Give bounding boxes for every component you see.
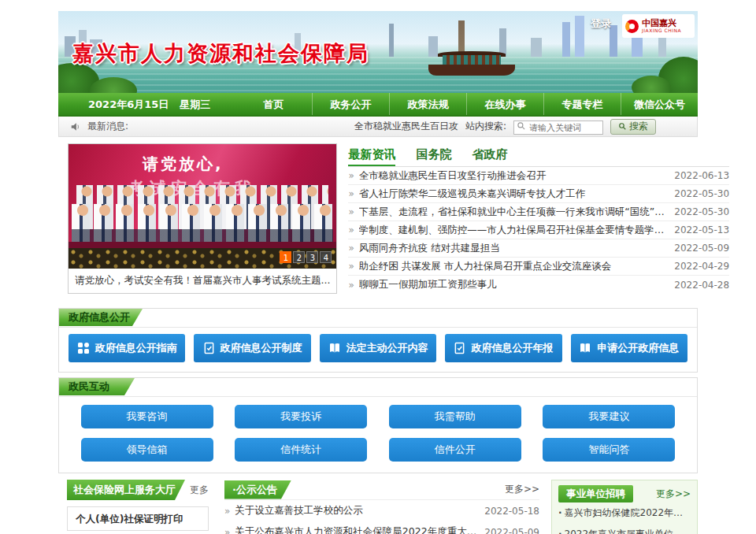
slider-page-2[interactable]: 2 <box>293 251 305 263</box>
grid-icon <box>77 342 90 354</box>
weekday-text: 星期三 <box>180 98 210 110</box>
news-item[interactable]: » 省人社厅陈荣华二级巡视员来嘉兴调研专技人才工作 2022-05-30 <box>348 185 729 203</box>
jiaxing-logo-icon <box>625 20 639 33</box>
recruitment-item[interactable]: 嘉兴市妇幼保健院2022年公开... <box>558 502 691 524</box>
section-title-announcements: ·公示公告 <box>224 480 291 499</box>
nav-item-online-services[interactable]: 在线办事 <box>466 93 543 115</box>
site-title: 嘉兴市人力资源和社会保障局 <box>72 39 369 68</box>
site-banner: 嘉兴市人力资源和社会保障局 登录 中国嘉兴 JIAXING CHINA <box>58 11 698 93</box>
double-arrow-icon: » <box>348 188 354 199</box>
double-arrow-icon: » <box>348 280 354 291</box>
btn-letter-statistics[interactable]: 信件统计 <box>235 438 367 462</box>
news-item[interactable]: » 下基层、走流程，省社保和就业中心主任项薇一行来我市调研“国统”上线情况 20… <box>348 203 729 221</box>
search-icon <box>618 122 627 131</box>
btn-disclosure-system[interactable]: 政府信息公开制度 <box>194 334 310 362</box>
service-item-certificate-print[interactable]: 个人(单位)社保证明打印 <box>67 506 209 531</box>
news-item[interactable]: » 助企纾困 共谋发展 市人力社保局召开重点企业交流座谈会 2022-04-29 <box>348 258 729 276</box>
date-text: 2022年6月15日 <box>88 98 169 110</box>
tab-provincial-gov[interactable]: 省政府 <box>472 143 507 166</box>
search-button[interactable]: 搜索 <box>610 119 656 135</box>
slide-banner-text-1: 请党放心, <box>143 154 224 175</box>
book-icon <box>579 342 591 354</box>
btn-smart-qa[interactable]: 智能问答 <box>543 438 675 462</box>
btn-statutory-disclosure[interactable]: 法定主动公开内容 <box>320 334 436 362</box>
ticker-scroll-text[interactable]: 全市稳就业惠民生百日攻 <box>354 120 458 133</box>
more-link[interactable]: 更多>> <box>505 483 539 496</box>
logo-text-cn: 中国嘉兴 <box>642 19 681 28</box>
site-search-label: 站内搜索: <box>465 120 506 133</box>
section-title-interaction: 政民互动 <box>59 378 135 395</box>
news-tabs: 最新资讯 国务院 省政府 <box>348 143 729 167</box>
double-arrow-icon: » <box>348 206 354 217</box>
search-button-label: 搜索 <box>629 120 648 133</box>
slider-page-4[interactable]: 4 <box>320 251 332 263</box>
slider-pagination: 1 2 3 4 <box>280 251 332 263</box>
double-arrow-icon: » <box>348 170 354 181</box>
login-link[interactable]: 登录 <box>591 17 611 31</box>
btn-request-disclosure[interactable]: 申请公开政府信息 <box>571 334 687 362</box>
red-boat <box>428 49 515 76</box>
slide-photo: 请党放心, 考试安全有我 1 2 3 4 <box>69 144 336 269</box>
nav-item-policies[interactable]: 政策法规 <box>389 93 466 115</box>
info-disclosure-section: 政府信息公开 政府信息公开指南 政府信息公开制度 <box>58 308 698 373</box>
news-item[interactable]: » 学制度、建机制、强防控——市人力社保局召开社保基金要情专题学习会 2022-… <box>348 221 729 239</box>
search-input[interactable] <box>513 121 603 135</box>
social-insurance-section: 社会保险网上服务大厅 更多 个人(单位)社保证明打印 办事指南 <box>67 480 209 534</box>
double-arrow-icon: » <box>224 506 230 517</box>
btn-leader-mailbox[interactable]: 领导信箱 <box>81 438 213 462</box>
doc-check-icon <box>203 342 215 354</box>
section-title-info-disclosure: 政府信息公开 <box>59 309 143 326</box>
tree <box>632 76 671 93</box>
nav-date: 2022年6月15日星期三 <box>58 93 235 115</box>
btn-disclosure-guide[interactable]: 政府信息公开指南 <box>69 334 185 362</box>
page-container: 嘉兴市人力资源和社会保障局 登录 中国嘉兴 JIAXING CHINA 2022… <box>58 11 698 534</box>
btn-annual-report[interactable]: 政府信息公开年报 <box>445 334 561 362</box>
search-icon <box>517 121 526 131</box>
news-item[interactable]: » 聊聊五一假期加班工资那些事儿 2022-04-28 <box>348 276 729 294</box>
doc-check-icon <box>454 342 465 354</box>
news-panel: 最新资讯 国务院 省政府 » 全市稳就业惠民生百日攻坚行动推进会召开 2022-… <box>348 143 740 294</box>
btn-suggestion[interactable]: 我要建议 <box>543 405 675 428</box>
btn-consult[interactable]: 我要咨询 <box>81 405 213 428</box>
double-arrow-icon: » <box>348 243 354 254</box>
double-arrow-icon: » <box>224 527 230 534</box>
announcement-item[interactable]: » 关于设立嘉善技工学校的公示 2022-05-18 <box>224 500 539 521</box>
nav-item-home[interactable]: 首页 <box>235 93 312 115</box>
recruitment-section: 事业单位招聘 更多>> 嘉兴市妇幼保健院2022年公开... 2022年嘉兴市属… <box>551 480 698 534</box>
book-icon <box>328 342 341 354</box>
ticker-label: 最新消息: <box>87 120 128 133</box>
news-item[interactable]: » 全市稳就业惠民生百日攻坚行动推进会召开 2022-06-13 <box>348 167 729 185</box>
nav-item-wechat[interactable]: 微信公众号 <box>621 93 698 115</box>
section-title-recruitment: 事业单位招聘 <box>558 485 633 502</box>
btn-need-help[interactable]: 我需帮助 <box>389 405 521 428</box>
slider-caption[interactable]: 请党放心，考试安全有我！首届嘉兴市人事考试系统主题... <box>69 269 336 292</box>
btn-complaint[interactable]: 我要投诉 <box>235 405 367 428</box>
main-navbar: 2022年6月15日星期三 首页 政务公开 政策法规 在线办事 专题专栏 微信公… <box>58 93 698 117</box>
slider-page-1[interactable]: 1 <box>280 251 291 263</box>
section-title-social-insurance: 社会保险网上服务大厅 <box>67 480 185 500</box>
news-ticker-bar: 最新消息: 全市稳就业惠民生百日攻 站内搜索: 搜索 <box>58 117 698 137</box>
double-arrow-icon: » <box>348 224 354 235</box>
more-link[interactable]: 更多 <box>190 484 209 497</box>
btn-letter-disclosure[interactable]: 信件公开 <box>389 438 521 462</box>
nav-item-special-columns[interactable]: 专题专栏 <box>543 93 621 115</box>
announcements-section: ·公示公告 更多>> » 关于设立嘉善技工学校的公示 2022-05-18 » … <box>224 480 539 534</box>
nav-item-gov-affairs[interactable]: 政务公开 <box>312 93 389 115</box>
tab-latest-news[interactable]: 最新资讯 <box>348 143 395 166</box>
more-link[interactable]: 更多>> <box>656 488 691 501</box>
interaction-section: 政民互动 我要咨询 我要投诉 我需帮助 我要建议 领导信箱 信件统计 信件公开 … <box>58 377 698 473</box>
photo-slider[interactable]: 请党放心, 考试安全有我 1 2 3 4 请党放心，考试安全有我！首届嘉兴市人事… <box>68 143 337 294</box>
tab-state-council[interactable]: 国务院 <box>416 143 451 166</box>
news-item[interactable]: » 风雨同舟齐抗疫 结对共建显担当 2022-05-09 <box>348 239 729 258</box>
recruitment-item[interactable]: 2022年嘉兴市属事业单位公开... <box>558 524 691 534</box>
slider-page-3[interactable]: 3 <box>306 251 318 263</box>
speaker-icon <box>70 121 81 132</box>
logo-text-en: JIAXING CHINA <box>642 28 681 33</box>
double-arrow-icon: » <box>348 261 354 272</box>
jiaxing-logo[interactable]: 中国嘉兴 JIAXING CHINA <box>622 14 695 38</box>
announcement-item[interactable]: » 关于公布嘉兴市人力资源和社会保障局2022年度重大行政决策事... 2022… <box>224 521 539 534</box>
